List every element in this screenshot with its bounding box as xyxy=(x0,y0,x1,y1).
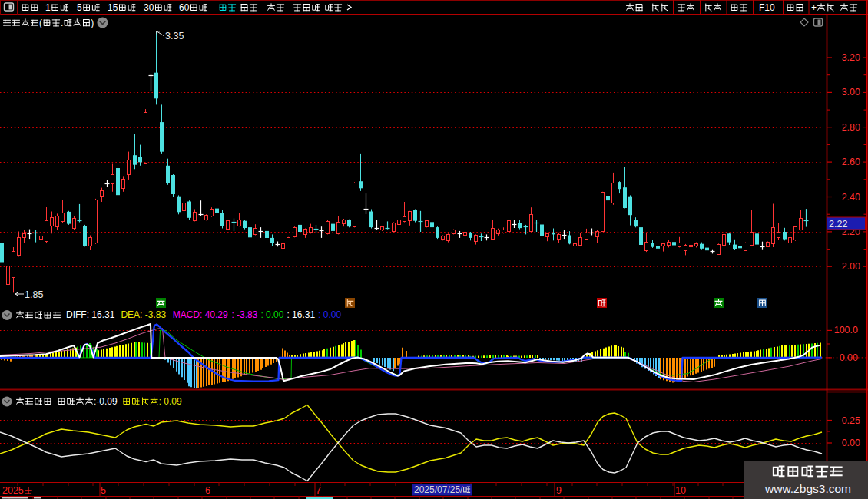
svg-text:0.25: 0.25 xyxy=(842,415,860,426)
svg-text:6: 6 xyxy=(205,485,210,496)
svg-text:): ) xyxy=(91,18,94,28)
svg-text:: -3.83: : -3.83 xyxy=(231,309,257,320)
svg-text::-0.09: :-0.09 xyxy=(94,396,118,407)
svg-text:3.20: 3.20 xyxy=(842,52,860,63)
svg-text:.: . xyxy=(61,18,63,28)
svg-text:10: 10 xyxy=(675,485,686,496)
svg-text:2.22: 2.22 xyxy=(829,219,847,230)
svg-text:5: 5 xyxy=(77,2,82,13)
svg-text:2025/07/25/: 2025/07/25/ xyxy=(414,484,463,495)
svg-text:DIFF: 16.31: DIFF: 16.31 xyxy=(66,309,115,320)
svg-text:7: 7 xyxy=(316,485,321,496)
svg-text:2.80: 2.80 xyxy=(842,122,860,133)
svg-text:3.35: 3.35 xyxy=(165,31,184,41)
svg-text:2.60: 2.60 xyxy=(842,157,860,167)
svg-text:DEA: -3.83: DEA: -3.83 xyxy=(121,309,166,320)
svg-text:2025: 2025 xyxy=(2,485,24,496)
svg-text:3.00: 3.00 xyxy=(842,87,860,97)
svg-text:MACD: 40.29: MACD: 40.29 xyxy=(173,309,228,320)
svg-text:30: 30 xyxy=(144,2,154,13)
svg-text:(: ( xyxy=(39,18,42,28)
svg-text:F10: F10 xyxy=(759,2,775,13)
svg-text:2.00: 2.00 xyxy=(842,261,860,272)
svg-text:: 0.09: : 0.09 xyxy=(159,396,182,407)
svg-text:: 0.00: : 0.00 xyxy=(260,309,283,320)
svg-text:1: 1 xyxy=(45,2,51,13)
svg-text:: 0.00: : 0.00 xyxy=(318,309,341,320)
svg-text:+: + xyxy=(811,2,817,13)
svg-text:60: 60 xyxy=(179,2,190,13)
svg-text:: 16.31: : 16.31 xyxy=(287,309,315,320)
svg-text:www.zbgs3.com: www.zbgs3.com xyxy=(764,482,851,495)
svg-text:0.00: 0.00 xyxy=(842,438,860,448)
svg-text:1.85: 1.85 xyxy=(25,289,43,300)
svg-text:0.00: 0.00 xyxy=(840,352,858,363)
svg-text:15: 15 xyxy=(108,2,118,13)
svg-text:100.0: 100.0 xyxy=(834,325,858,335)
svg-text:9: 9 xyxy=(556,485,562,496)
svg-text:5: 5 xyxy=(101,485,106,496)
svg-text:2.40: 2.40 xyxy=(842,192,860,203)
